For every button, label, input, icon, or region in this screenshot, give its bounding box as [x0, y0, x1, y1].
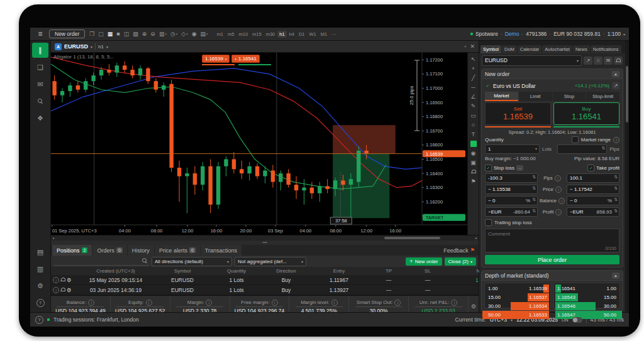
- timeframe-M1[interactable]: M1: [319, 31, 329, 38]
- alert-bell-icon[interactable]: [60, 277, 65, 283]
- dom-buy-row[interactable]: 1.1654315.00: [555, 293, 618, 301]
- alert-tool-icon[interactable]: [469, 168, 479, 175]
- shapes-tool-icon[interactable]: ▭: [469, 112, 479, 119]
- new-order-button[interactable]: +New order: [406, 257, 441, 266]
- stop-loss-profit-input[interactable]: ~EUR-860.64: [485, 207, 538, 217]
- timeframe-m15[interactable]: m15: [250, 31, 264, 38]
- angle-tool-icon[interactable]: ∠: [469, 93, 479, 100]
- wallet-icon[interactable]: ▥: [32, 261, 48, 276]
- single-layout-icon[interactable]: ■: [114, 31, 121, 37]
- tab-symbol[interactable]: Symbol: [480, 45, 501, 53]
- place-order-button[interactable]: Place order: [485, 255, 619, 264]
- order-type-stop-limit[interactable]: Stop-limit: [586, 92, 619, 101]
- crosshair-tool-icon[interactable]: +: [469, 65, 479, 72]
- market-range-checkbox[interactable]: [572, 136, 579, 143]
- text-tool-icon[interactable]: T: [469, 131, 479, 138]
- timeframes-more[interactable]: ⋯: [330, 31, 338, 38]
- alert-bell-icon[interactable]: [614, 57, 623, 65]
- right-panel-scrollbar[interactable]: [625, 41, 629, 312]
- tab-history[interactable]: History: [128, 245, 154, 256]
- search-icon[interactable]: [32, 94, 48, 109]
- chart-area[interactable]: Alligator 1 (13, 18, 8, 5, 5... 1.16539▾…: [51, 53, 479, 235]
- timeframe-m1[interactable]: m1: [215, 31, 225, 38]
- stop-loss-balance-input[interactable]: ~ 0%: [485, 196, 538, 205]
- tab-price-alerts[interactable]: Price alerts0: [155, 245, 200, 256]
- zoom-out-icon[interactable]: ⊖: [148, 31, 157, 37]
- inbox-icon[interactable]: ✉: [32, 77, 48, 92]
- hline-tool-icon[interactable]: ─: [469, 84, 479, 90]
- help-icon[interactable]: [32, 295, 48, 310]
- chart-type-icon[interactable]: ▥▾: [157, 31, 169, 37]
- menu-icon[interactable]: ≡: [34, 30, 47, 38]
- copy-trading-icon[interactable]: ❏: [32, 60, 48, 75]
- account-selector[interactable]: Spotware · Demo · 4791386 · EUR 90 032 8…: [470, 31, 625, 37]
- panel-resize-handle[interactable]: •••: [51, 241, 479, 245]
- market-range-input[interactable]: [557, 144, 607, 154]
- symbol-select[interactable]: EURUSD: [482, 55, 582, 66]
- cursor-tool-icon[interactable]: ↖: [469, 55, 479, 62]
- timeframe-h4[interactable]: h4: [287, 31, 296, 38]
- take-profit-balance-input[interactable]: ~ 0%: [567, 196, 619, 205]
- chart-settings-icon[interactable]: ▤▾: [199, 31, 210, 37]
- trendline-tool-icon[interactable]: ╱: [469, 74, 479, 81]
- tab-transactions[interactable]: Transactions: [201, 245, 242, 256]
- scroll-right-icon[interactable]: ▸: [475, 235, 477, 241]
- stop-loss-price-input[interactable]: ~ 1.15538: [485, 185, 538, 194]
- favorite-star-icon[interactable]: ☆: [594, 57, 602, 65]
- collapse-icon[interactable]: ▲: [612, 273, 619, 279]
- new-order-toolbar-button[interactable]: New order: [49, 30, 85, 38]
- chart-sell-button[interactable]: 1.16539▾: [202, 55, 230, 63]
- tab-notifications[interactable]: Notifications: [591, 45, 621, 53]
- help-icon[interactable]: [35, 316, 43, 324]
- trailing-stop-checkbox[interactable]: [485, 219, 492, 226]
- take-profit-checkbox[interactable]: [587, 165, 594, 171]
- comment-input[interactable]: Comment 0/100: [485, 229, 619, 252]
- share-icon[interactable]: ↗: [612, 82, 619, 89]
- tab-calendar[interactable]: Calendar: [518, 45, 541, 53]
- workspace-icon[interactable]: ▢: [96, 31, 106, 37]
- chevron-down-icon[interactable]: [91, 43, 92, 50]
- take-profit-profit-input[interactable]: ~EUR858.93: [567, 207, 619, 217]
- buy-button[interactable]: Buy 1.16541: [553, 102, 619, 125]
- sell-button[interactable]: Sell 1.16539: [485, 102, 551, 125]
- workspaces-icon[interactable]: ❖: [32, 111, 48, 126]
- search-input[interactable]: [53, 257, 149, 266]
- ellipse-tool-icon[interactable]: ○: [469, 121, 479, 128]
- tab-positions[interactable]: Positions2: [52, 245, 92, 256]
- snapshot-tool-icon[interactable]: ▣: [469, 159, 479, 166]
- chart-symbol-label[interactable]: EURUSD: [64, 43, 88, 50]
- info-icon[interactable]: [53, 287, 59, 293]
- table-row[interactable]: ⚙03 Jun 2025 14:36:19EURUSD1 LotsBuy1.13…: [51, 285, 479, 295]
- share-icon[interactable]: ↗: [584, 57, 592, 65]
- arrow-right-icon[interactable]: →: [516, 165, 523, 171]
- price-chart[interactable]: 25.0 pips1.172001.171001.170001.169001.1…: [51, 53, 467, 235]
- timeframe-D1[interactable]: D1: [297, 31, 307, 38]
- tab-orders[interactable]: Orders0: [92, 245, 126, 256]
- settings-gear-icon[interactable]: ⚙: [67, 277, 72, 283]
- feedback-button[interactable]: Feedback⚑: [443, 247, 477, 254]
- color-swatch-icon[interactable]: [469, 140, 479, 147]
- tab-autochartist[interactable]: Autochartist: [542, 45, 572, 53]
- timeframe-W1[interactable]: W1: [308, 31, 318, 38]
- settings-gear-icon[interactable]: ⚙: [32, 278, 48, 293]
- message-icon[interactable]: ✉: [604, 57, 613, 65]
- maximize-chart-icon[interactable]: ▫: [464, 43, 466, 50]
- dom-sell-row[interactable]: 15.001.16537: [486, 293, 549, 301]
- settings-gear-icon[interactable]: ⚙: [67, 287, 72, 293]
- take-profit-pips-input[interactable]: 100.1: [567, 173, 619, 183]
- collapse-icon[interactable]: ▲: [612, 71, 619, 77]
- visibility-icon[interactable]: ◉: [190, 31, 199, 37]
- chart-window-icon[interactable]: ❐: [87, 31, 96, 37]
- zoom-in-icon[interactable]: ⊕: [140, 31, 149, 37]
- dom-buy-row[interactable]: 1.1654750.00: [555, 311, 618, 319]
- pencil-tool-icon[interactable]: ✎: [469, 102, 479, 109]
- timeframe-h1[interactable]: h1: [277, 31, 286, 38]
- deposit-icon[interactable]: ▤: [32, 244, 48, 259]
- close-chart-icon[interactable]: ✕: [470, 43, 475, 50]
- indicator-label[interactable]: Alligator 1 (13, 18, 8, 5, 5...: [53, 54, 114, 60]
- stop-loss-checkbox[interactable]: [485, 165, 492, 171]
- dom-sell-row[interactable]: 50.001.16533: [486, 311, 549, 319]
- trade-watch-icon[interactable]: ∥: [32, 43, 48, 58]
- info-icon[interactable]: [53, 277, 59, 283]
- aggregation-filter-select[interactable]: Not aggregated (def...: [235, 257, 306, 266]
